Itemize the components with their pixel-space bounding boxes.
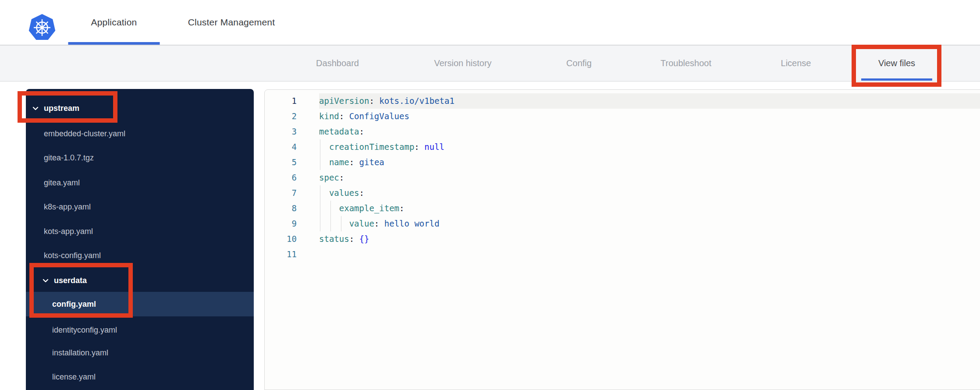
- yaml-editor[interactable]: 1apiVersion: kots.io/v1beta12kind: Confi…: [264, 89, 980, 390]
- line-number: 4: [265, 139, 297, 155]
- tree-item-label: identityconfig.yaml: [52, 326, 117, 335]
- tree-file-gitea-1.0.7.tgz[interactable]: gitea-1.0.7.tgz: [26, 145, 254, 170]
- subnav-tab-dashboard[interactable]: Dashboard: [316, 46, 359, 81]
- code-text: value: hello world: [297, 216, 440, 231]
- code-line-3: 3metadata:: [265, 124, 980, 139]
- code-line-7: 7 values:: [265, 185, 980, 201]
- code-line-11: 11: [265, 247, 980, 262]
- tree-item-label: gitea.yaml: [44, 178, 80, 188]
- tree-item-label: kots-app.yaml: [44, 227, 93, 236]
- header-tab-cluster-management[interactable]: Cluster Management: [188, 0, 275, 45]
- line-number: 11: [265, 247, 297, 262]
- kots-admin-console: { "colors": { "accent_blue": "#3c6bd9", …: [0, 0, 980, 390]
- code-text: values:: [297, 185, 364, 201]
- kubernetes-logo-icon[interactable]: [28, 14, 56, 41]
- subnav-tab-label: Version history: [434, 58, 491, 68]
- header-tab-application[interactable]: Application: [91, 0, 137, 45]
- code-line-8: 8 example_item:: [265, 201, 980, 216]
- code-text: example_item:: [297, 201, 405, 216]
- tree-item-label: license.yaml: [52, 372, 96, 382]
- line-number: 2: [265, 109, 297, 124]
- subnav-tab-label: Troubleshoot: [660, 58, 711, 68]
- subnav-tab-label: Config: [566, 58, 592, 68]
- file-tree-sidebar: upstreamembedded-cluster.yamlgitea-1.0.7…: [26, 89, 254, 390]
- tree-item-label: userdata: [54, 276, 87, 285]
- code-line-6: 6spec:: [265, 170, 980, 185]
- tree-file-kots-config.yaml[interactable]: kots-config.yaml: [26, 243, 254, 268]
- code-text: kind: ConfigValues: [297, 109, 409, 124]
- tree-file-k8s-app.yaml[interactable]: k8s-app.yaml: [26, 195, 254, 219]
- header-tab-label: Cluster Management: [188, 17, 275, 28]
- code-line-9: 9 value: hello world: [265, 216, 980, 231]
- active-tab-underline: [861, 78, 932, 81]
- line-number: 8: [265, 201, 297, 216]
- subnav-tab-version-history[interactable]: Version history: [434, 46, 491, 81]
- code-line-4: 4 creationTimestamp: null: [265, 139, 980, 155]
- chevron-down-icon: [32, 104, 39, 112]
- tree-item-label: embedded-cluster.yaml: [44, 129, 125, 138]
- app-subnav: DashboardVersion historyConfigTroublesho…: [0, 45, 980, 82]
- code-line-10: 10status: {}: [265, 231, 980, 247]
- line-number: 1: [265, 93, 297, 109]
- subnav-tab-license[interactable]: License: [781, 46, 811, 81]
- code-line-1: 1apiVersion: kots.io/v1beta1: [265, 93, 980, 109]
- line-number: 7: [265, 185, 297, 201]
- line-number: 9: [265, 216, 297, 231]
- header-bar: ApplicationCluster Management: [0, 0, 980, 45]
- tree-item-label: gitea-1.0.7.tgz: [44, 153, 94, 163]
- line-number: 10: [265, 231, 297, 247]
- tree-item-label: config.yaml: [52, 300, 96, 309]
- tree-file-embedded-cluster.yaml[interactable]: embedded-cluster.yaml: [26, 121, 254, 146]
- code-text: apiVersion: kots.io/v1beta1: [297, 93, 454, 109]
- subnav-tab-troubleshoot[interactable]: Troubleshoot: [660, 46, 711, 81]
- subnav-tab-label: Dashboard: [316, 58, 359, 68]
- tree-file-identityconfig.yaml[interactable]: identityconfig.yaml: [26, 318, 254, 342]
- code-text: creationTimestamp: null: [297, 139, 444, 155]
- subnav-tab-label: View files: [878, 58, 915, 68]
- line-number: 6: [265, 170, 297, 185]
- code-text: spec:: [297, 170, 344, 185]
- code-text: status: {}: [297, 231, 369, 247]
- tree-file-license.yaml[interactable]: license.yaml: [26, 365, 254, 389]
- line-number: 3: [265, 124, 297, 139]
- tree-item-label: kots-config.yaml: [44, 251, 101, 260]
- tree-file-installation.yaml[interactable]: installation.yaml: [26, 340, 254, 365]
- tree-file-gitea.yaml[interactable]: gitea.yaml: [26, 170, 254, 195]
- tree-item-label: k8s-app.yaml: [44, 202, 91, 212]
- code-text: name: gitea: [297, 155, 384, 170]
- line-number: 5: [265, 155, 297, 170]
- tree-file-kots-app.yaml[interactable]: kots-app.yaml: [26, 219, 254, 244]
- active-tab-underline: [68, 42, 160, 45]
- code-line-2: 2kind: ConfigValues: [265, 109, 980, 124]
- code-line-5: 5 name: gitea: [265, 155, 980, 170]
- subnav-tab-label: License: [781, 58, 811, 68]
- chevron-down-icon: [42, 277, 50, 284]
- tree-item-label: upstream: [44, 104, 79, 113]
- header-tab-label: Application: [91, 17, 137, 28]
- subnav-tab-config[interactable]: Config: [566, 46, 592, 81]
- code-text: metadata:: [297, 124, 364, 139]
- tree-item-label: installation.yaml: [52, 348, 108, 358]
- tree-folder-userdata[interactable]: userdata: [26, 268, 254, 293]
- subnav-tab-view-files[interactable]: View files: [878, 46, 915, 81]
- tree-folder-upstream[interactable]: upstream: [26, 96, 254, 121]
- tree-file-config.yaml[interactable]: config.yaml: [26, 292, 254, 316]
